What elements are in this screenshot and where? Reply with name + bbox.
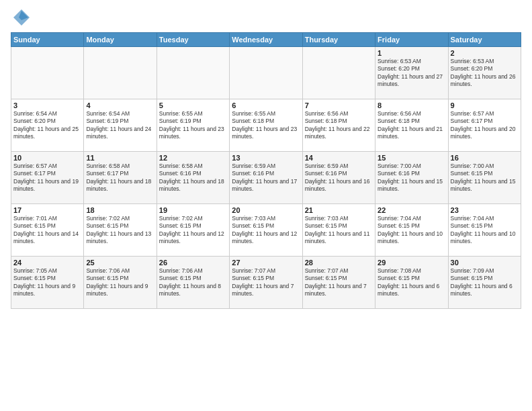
day-number: 12	[159, 154, 227, 162]
page: SundayMondayTuesdayWednesdayThursdayFrid…	[0, 0, 532, 411]
calendar-cell: 2Sunrise: 6:53 AM Sunset: 6:20 PM Daylig…	[448, 47, 521, 99]
calendar-cell: 7Sunrise: 6:56 AM Sunset: 6:18 PM Daylig…	[302, 99, 375, 152]
day-number: 19	[159, 206, 227, 214]
weekday-header-tuesday: Tuesday	[157, 33, 229, 47]
day-info: Sunrise: 7:09 AM Sunset: 6:15 PM Dayligh…	[451, 267, 519, 298]
calendar-cell: 16Sunrise: 7:00 AM Sunset: 6:15 PM Dayli…	[448, 152, 521, 204]
day-number: 28	[305, 259, 373, 267]
calendar-cell: 14Sunrise: 6:59 AM Sunset: 6:16 PM Dayli…	[302, 152, 375, 204]
day-info: Sunrise: 7:02 AM Sunset: 6:15 PM Dayligh…	[86, 215, 154, 246]
day-info: Sunrise: 7:03 AM Sunset: 6:15 PM Dayligh…	[305, 215, 373, 246]
weekday-row: SundayMondayTuesdayWednesdayThursdayFrid…	[11, 33, 521, 47]
day-number: 18	[86, 206, 154, 214]
day-info: Sunrise: 6:59 AM Sunset: 6:16 PM Dayligh…	[232, 163, 300, 193]
day-info: Sunrise: 7:03 AM Sunset: 6:15 PM Dayligh…	[232, 215, 300, 246]
calendar-cell: 9Sunrise: 6:57 AM Sunset: 6:17 PM Daylig…	[448, 99, 521, 152]
day-info: Sunrise: 6:53 AM Sunset: 6:20 PM Dayligh…	[451, 58, 519, 89]
day-info: Sunrise: 7:04 AM Sunset: 6:15 PM Dayligh…	[378, 215, 445, 246]
day-info: Sunrise: 7:06 AM Sunset: 6:15 PM Dayligh…	[159, 267, 227, 298]
calendar-cell: 29Sunrise: 7:08 AM Sunset: 6:15 PM Dayli…	[375, 257, 448, 309]
calendar-week-2: 3Sunrise: 6:54 AM Sunset: 6:20 PM Daylig…	[11, 99, 521, 152]
day-info: Sunrise: 7:04 AM Sunset: 6:15 PM Dayligh…	[451, 215, 519, 246]
calendar-cell: 19Sunrise: 7:02 AM Sunset: 6:15 PM Dayli…	[157, 204, 229, 257]
day-info: Sunrise: 7:00 AM Sunset: 6:15 PM Dayligh…	[451, 163, 519, 193]
calendar-table: SundayMondayTuesdayWednesdayThursdayFrid…	[11, 32, 521, 309]
calendar-week-5: 24Sunrise: 7:05 AM Sunset: 6:15 PM Dayli…	[11, 257, 521, 309]
calendar-body: 1Sunrise: 6:53 AM Sunset: 6:20 PM Daylig…	[11, 47, 521, 309]
day-info: Sunrise: 7:05 AM Sunset: 6:15 PM Dayligh…	[13, 267, 81, 298]
calendar-cell: 24Sunrise: 7:05 AM Sunset: 6:15 PM Dayli…	[11, 257, 84, 309]
day-number: 24	[13, 259, 81, 267]
day-info: Sunrise: 6:54 AM Sunset: 6:20 PM Dayligh…	[13, 110, 81, 141]
logo-icon	[12, 8, 31, 27]
day-number: 10	[13, 154, 81, 162]
day-number: 8	[378, 101, 445, 109]
calendar-cell	[230, 47, 302, 99]
day-info: Sunrise: 6:57 AM Sunset: 6:17 PM Dayligh…	[13, 163, 81, 193]
day-number: 26	[159, 259, 227, 267]
calendar-cell: 26Sunrise: 7:06 AM Sunset: 6:15 PM Dayli…	[157, 257, 229, 309]
calendar-cell: 8Sunrise: 6:56 AM Sunset: 6:18 PM Daylig…	[375, 99, 448, 152]
day-info: Sunrise: 7:07 AM Sunset: 6:15 PM Dayligh…	[305, 267, 373, 298]
day-number: 14	[305, 154, 373, 162]
calendar-week-1: 1Sunrise: 6:53 AM Sunset: 6:20 PM Daylig…	[11, 47, 521, 99]
calendar-cell: 6Sunrise: 6:55 AM Sunset: 6:18 PM Daylig…	[230, 99, 302, 152]
day-number: 3	[13, 101, 81, 109]
weekday-header-wednesday: Wednesday	[230, 33, 302, 47]
day-number: 23	[451, 206, 519, 214]
day-info: Sunrise: 6:57 AM Sunset: 6:17 PM Dayligh…	[451, 110, 519, 141]
weekday-header-sunday: Sunday	[11, 33, 84, 47]
calendar-cell: 17Sunrise: 7:01 AM Sunset: 6:15 PM Dayli…	[11, 204, 84, 257]
calendar-cell: 3Sunrise: 6:54 AM Sunset: 6:20 PM Daylig…	[11, 99, 84, 152]
calendar-cell: 18Sunrise: 7:02 AM Sunset: 6:15 PM Dayli…	[84, 204, 157, 257]
day-number: 25	[86, 259, 154, 267]
weekday-header-friday: Friday	[375, 33, 448, 47]
weekday-header-saturday: Saturday	[448, 33, 521, 47]
day-number: 13	[232, 154, 300, 162]
day-info: Sunrise: 7:07 AM Sunset: 6:15 PM Dayligh…	[232, 267, 300, 298]
calendar-cell: 28Sunrise: 7:07 AM Sunset: 6:15 PM Dayli…	[302, 257, 375, 309]
weekday-header-thursday: Thursday	[302, 33, 375, 47]
day-number: 17	[13, 206, 81, 214]
logo	[11, 8, 31, 27]
day-info: Sunrise: 7:00 AM Sunset: 6:16 PM Dayligh…	[378, 163, 445, 193]
calendar-cell: 15Sunrise: 7:00 AM Sunset: 6:16 PM Dayli…	[375, 152, 448, 204]
day-info: Sunrise: 6:58 AM Sunset: 6:17 PM Dayligh…	[86, 163, 154, 193]
day-info: Sunrise: 7:01 AM Sunset: 6:15 PM Dayligh…	[13, 215, 81, 246]
day-number: 9	[451, 101, 519, 109]
day-number: 5	[159, 101, 227, 109]
day-number: 22	[378, 206, 445, 214]
calendar-cell	[302, 47, 375, 99]
day-number: 4	[86, 101, 154, 109]
day-number: 11	[86, 154, 154, 162]
calendar-cell	[157, 47, 229, 99]
calendar-cell: 23Sunrise: 7:04 AM Sunset: 6:15 PM Dayli…	[448, 204, 521, 257]
calendar-week-4: 17Sunrise: 7:01 AM Sunset: 6:15 PM Dayli…	[11, 204, 521, 257]
day-info: Sunrise: 6:54 AM Sunset: 6:19 PM Dayligh…	[86, 110, 154, 141]
day-number: 7	[305, 101, 373, 109]
calendar-cell: 11Sunrise: 6:58 AM Sunset: 6:17 PM Dayli…	[84, 152, 157, 204]
header	[11, 8, 521, 27]
calendar-cell: 4Sunrise: 6:54 AM Sunset: 6:19 PM Daylig…	[84, 99, 157, 152]
day-number: 16	[451, 154, 519, 162]
calendar-cell: 1Sunrise: 6:53 AM Sunset: 6:20 PM Daylig…	[375, 47, 448, 99]
day-number: 2	[451, 49, 519, 57]
day-number: 6	[232, 101, 300, 109]
day-info: Sunrise: 6:58 AM Sunset: 6:16 PM Dayligh…	[159, 163, 227, 193]
day-info: Sunrise: 7:06 AM Sunset: 6:15 PM Dayligh…	[86, 267, 154, 298]
calendar-cell: 5Sunrise: 6:55 AM Sunset: 6:19 PM Daylig…	[157, 99, 229, 152]
day-number: 15	[378, 154, 445, 162]
calendar-cell: 10Sunrise: 6:57 AM Sunset: 6:17 PM Dayli…	[11, 152, 84, 204]
day-info: Sunrise: 6:56 AM Sunset: 6:18 PM Dayligh…	[378, 110, 445, 141]
calendar-header: SundayMondayTuesdayWednesdayThursdayFrid…	[11, 33, 521, 47]
weekday-header-monday: Monday	[84, 33, 157, 47]
day-info: Sunrise: 6:56 AM Sunset: 6:18 PM Dayligh…	[305, 110, 373, 141]
day-info: Sunrise: 7:02 AM Sunset: 6:15 PM Dayligh…	[159, 215, 227, 246]
day-number: 27	[232, 259, 300, 267]
calendar-cell: 22Sunrise: 7:04 AM Sunset: 6:15 PM Dayli…	[375, 204, 448, 257]
calendar-cell: 21Sunrise: 7:03 AM Sunset: 6:15 PM Dayli…	[302, 204, 375, 257]
day-info: Sunrise: 6:59 AM Sunset: 6:16 PM Dayligh…	[305, 163, 373, 193]
day-number: 1	[378, 49, 445, 57]
calendar-cell	[11, 47, 84, 99]
calendar-cell: 30Sunrise: 7:09 AM Sunset: 6:15 PM Dayli…	[448, 257, 521, 309]
